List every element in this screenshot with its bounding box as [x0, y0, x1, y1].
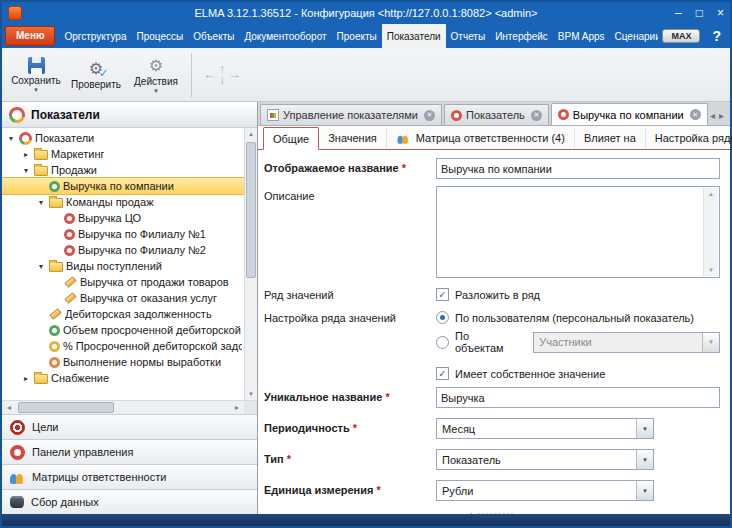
sub-tab-label: Настройка рядов [655, 132, 732, 144]
menubar-item[interactable]: Сценарии [610, 24, 659, 48]
tree-item[interactable]: Выручка по Филиалу №1 [2, 226, 244, 242]
scroll-up-icon[interactable]: ▴ [245, 128, 257, 140]
tree-item[interactable]: Выручка по Филиалу №2 [2, 242, 244, 258]
sub-tab-label: Общие [273, 133, 309, 145]
doc-tab[interactable]: Выручка по компании✕ [551, 103, 708, 125]
save-button[interactable]: Сохранить ▾ [7, 51, 65, 99]
collapse-icon[interactable]: ▾ [36, 262, 46, 271]
tree-item[interactable]: ▾Виды поступлений [2, 258, 244, 274]
display-name-input[interactable] [436, 158, 720, 179]
help-button[interactable]: ? [706, 28, 727, 44]
sub-tab[interactable]: Матрица ответственности (4) [387, 128, 575, 148]
maximize-button[interactable]: □ [696, 5, 703, 21]
main-menu-button[interactable]: Меню [5, 26, 55, 46]
tree-item[interactable]: ▾Команды продаж [2, 194, 244, 210]
collapse-icon[interactable]: ▾ [36, 198, 46, 207]
tree-item[interactable]: ▾Показатели [2, 130, 244, 146]
expand-icon[interactable]: ▸ [21, 150, 31, 159]
collapse-icon[interactable]: ▾ [6, 134, 16, 143]
doc-tab[interactable]: Управление показателями✕ [260, 104, 442, 125]
tree-vertical-scrollbar[interactable]: ▴ ▾ [244, 128, 257, 400]
tab-scroll-left-icon[interactable]: ◂ [710, 110, 715, 121]
sidebar-nav-item[interactable]: Панели управления [2, 439, 257, 464]
content-area: Показатели ▾Показатели▸Маркетинг▾Продажи… [2, 102, 730, 514]
menubar-item[interactable]: Объекты [188, 24, 239, 48]
by-users-radio[interactable] [436, 311, 449, 324]
scroll-down-icon[interactable]: ▾ [709, 266, 713, 274]
menubar-item[interactable]: Показатели [382, 24, 446, 48]
type-select[interactable]: Показатель ▾ [436, 449, 654, 470]
sub-tab[interactable]: Значения [319, 128, 387, 148]
scroll-right-icon[interactable]: ▸ [230, 403, 244, 412]
data-collection-icon [10, 496, 24, 508]
tree-item[interactable]: Дебиторская задолженность [2, 306, 244, 322]
close-button[interactable]: × [717, 5, 724, 21]
actions-button[interactable]: ⚙ Действия ▾ [127, 51, 185, 99]
tree-item-label: Выручка ЦО [78, 212, 141, 224]
move-arrows-group: ← ↑↓ → [203, 64, 241, 86]
collapse-icon[interactable]: ▾ [21, 166, 31, 175]
own-value-checkbox[interactable]: ✓ [436, 367, 449, 380]
by-users-radio-label: По пользователям (персональный показател… [455, 312, 694, 324]
by-objects-radio[interactable] [436, 336, 449, 349]
vscroll-track[interactable] [245, 140, 257, 388]
scroll-down-icon[interactable]: ▾ [245, 388, 257, 400]
minimize-button[interactable]: – [675, 5, 682, 21]
tab-close-icon[interactable]: ✕ [690, 109, 701, 120]
tree-item[interactable]: Выручка от продажи товаров [2, 274, 244, 290]
sub-tab[interactable]: Настройка рядов [646, 128, 732, 148]
menubar-item[interactable]: Документооборот [239, 24, 331, 48]
sidebar-nav-item[interactable]: Матрицы ответственности [2, 464, 257, 489]
tree-item[interactable]: ▾Продажи [2, 162, 244, 178]
sub-tab[interactable]: Влияет на [575, 128, 646, 148]
tab-close-icon[interactable]: ✕ [531, 110, 542, 121]
sub-tab[interactable]: Общие [263, 127, 319, 150]
max-button[interactable]: MAX [662, 29, 700, 43]
periodicity-select[interactable]: Месяц ▾ [436, 418, 654, 439]
arrow-right-icon[interactable]: → [228, 67, 241, 82]
description-textarea[interactable]: ▴ ▾ [436, 186, 720, 278]
hscroll-thumb[interactable] [18, 402, 114, 413]
unique-name-label: Уникальное название* [264, 387, 436, 408]
expand-icon[interactable]: ▸ [21, 374, 31, 383]
sidebar-bottom-nav: ЦелиПанели управленияМатрицы ответственн… [2, 414, 257, 514]
hscroll-track[interactable] [16, 401, 230, 414]
title-bar[interactable]: ELMA 3.12.1.36512 - Конфигурация <http:/… [2, 2, 730, 24]
unique-name-input[interactable] [436, 387, 720, 408]
arrow-down-icon[interactable]: ↓ [219, 75, 225, 86]
tree-item[interactable]: % Просроченной дебиторской задолж [2, 338, 244, 354]
tree-item[interactable]: Выполнение нормы выработки [2, 354, 244, 370]
scroll-left-icon[interactable]: ◂ [2, 403, 16, 412]
tree-item[interactable]: ▸Снабжение [2, 370, 244, 386]
tree-item[interactable]: Выручка ЦО [2, 210, 244, 226]
tree-item[interactable]: Объем просроченной дебиторской зад [2, 322, 244, 338]
sidebar-nav-item[interactable]: Сбор данных [2, 489, 257, 514]
sidebar-nav-item[interactable]: Цели [2, 414, 257, 439]
tree-item[interactable]: ▸Маркетинг [2, 146, 244, 162]
doc-tab[interactable]: Показатель✕ [444, 104, 549, 125]
save-icon [28, 57, 45, 74]
tab-close-icon[interactable]: ✕ [424, 110, 435, 121]
check-button[interactable]: ⚙✓ Проверить [67, 51, 125, 99]
doc-tab-label: Выручка по компании [573, 109, 684, 121]
menubar-item[interactable]: Интерфейс [490, 24, 553, 48]
doc-tab-label: Показатель [466, 109, 525, 121]
menubar-item[interactable]: Оргструктура [59, 24, 131, 48]
menubar-item[interactable]: Проекты [332, 24, 382, 48]
chevron-down-icon: ▾ [636, 419, 653, 438]
vscroll-thumb[interactable] [246, 142, 256, 278]
decompose-checkbox[interactable]: ✓ [436, 288, 449, 301]
tree-horizontal-scrollbar[interactable]: ◂ ▸ [2, 400, 257, 414]
arrow-left-icon[interactable]: ← [203, 67, 216, 82]
tab-scroll-right-icon[interactable]: ▸ [719, 110, 724, 121]
dashboard-icon [10, 445, 25, 460]
tree-item[interactable]: Выручка по компании [2, 178, 244, 194]
menubar-item[interactable]: BPM Apps [553, 24, 610, 48]
textarea-scrollbar[interactable]: ▴ ▾ [703, 188, 718, 276]
menubar-item[interactable]: Отчеты [446, 24, 491, 48]
unit-select[interactable]: Рубли ▾ [436, 480, 654, 501]
tree-item[interactable]: Выручка от оказания услуг [2, 290, 244, 306]
menubar-item[interactable]: Процессы [131, 24, 188, 48]
scroll-up-icon[interactable]: ▴ [709, 190, 713, 198]
kpi-red-icon [451, 110, 462, 121]
